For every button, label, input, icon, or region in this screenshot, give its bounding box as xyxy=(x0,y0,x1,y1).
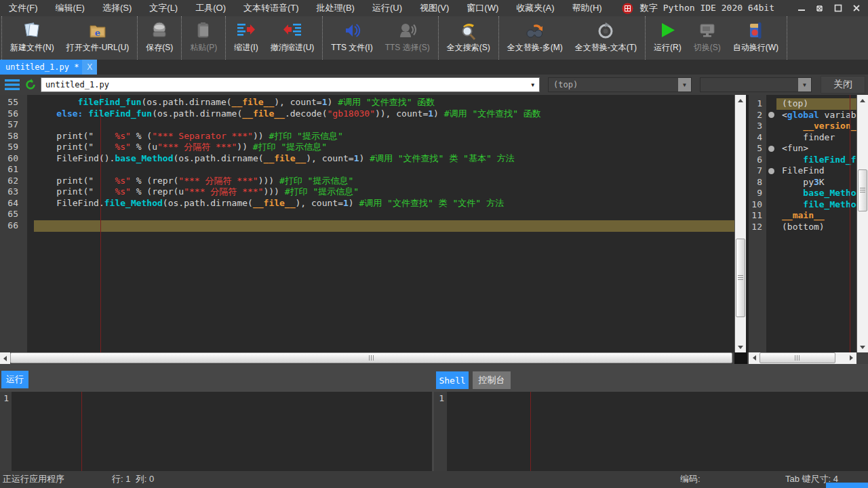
menu-item[interactable]: 文件(F) xyxy=(0,0,47,16)
scroll-down-icon[interactable] xyxy=(857,342,868,352)
toolbar-unindent-button[interactable]: 撤消缩进(U) xyxy=(264,17,321,59)
toolbar-open-file-url-button[interactable]: e打开文件-URL(U) xyxy=(60,17,136,59)
menu-item[interactable]: 视图(V) xyxy=(411,0,458,16)
line-number: 62 xyxy=(0,176,27,187)
outline-row[interactable]: fileFind_fun xyxy=(766,155,856,166)
tab-shell[interactable]: Shell xyxy=(436,371,469,389)
toolbar-new-file-button[interactable]: 新建文件(N) xyxy=(4,17,60,59)
margin-line xyxy=(530,392,531,471)
code-line xyxy=(27,119,734,131)
outline-bullet-empty xyxy=(766,210,776,222)
scroll-left-icon[interactable] xyxy=(749,352,760,363)
editor-vscroll-thumb[interactable] xyxy=(736,239,745,317)
toolbar-indent-button[interactable]: 缩进(I) xyxy=(228,17,264,59)
scroll-right-icon[interactable] xyxy=(846,352,856,363)
outline-row[interactable]: (bottom) xyxy=(766,222,856,233)
toolbar-button-label: 打开文件-URL(U) xyxy=(66,43,130,52)
scope-combobox[interactable]: (top) ▼ xyxy=(548,77,692,92)
toolbar-group: 保存(S) xyxy=(138,16,182,60)
restore-button[interactable] xyxy=(810,0,829,16)
new-file-icon xyxy=(22,18,42,43)
toolbar-run-button[interactable]: 运行(R) xyxy=(648,17,688,59)
menu-item[interactable]: 运行(U) xyxy=(363,0,411,16)
refresh-icon[interactable] xyxy=(24,79,37,94)
hamburger-menu-icon[interactable] xyxy=(5,79,20,93)
structure-vscrollbar[interactable] xyxy=(856,95,868,352)
toolbar-switch-button: 切换(S) xyxy=(688,17,727,59)
menu-item[interactable]: 文字(L) xyxy=(140,0,186,16)
toolbar-tts-file-button[interactable]: TTS 文件(I) xyxy=(325,17,378,59)
file-combobox[interactable]: untitled_1.py ▼ xyxy=(41,77,540,92)
editor-vscrollbar[interactable] xyxy=(734,95,746,352)
structure-line-number: 2 xyxy=(749,110,766,121)
member-combobox[interactable]: ▼ xyxy=(700,77,812,92)
outline-bullet-empty xyxy=(766,199,776,211)
indent-icon xyxy=(236,18,256,43)
toolbar-group: TTS 文件(I)TTS 选择(S) xyxy=(323,16,438,60)
outline-row-label: (top) xyxy=(776,98,856,110)
scroll-up-icon[interactable] xyxy=(857,95,868,106)
outline-row[interactable]: <fun> xyxy=(766,143,856,155)
outline-row[interactable]: FileFind xyxy=(766,165,856,177)
scroll-down-icon[interactable] xyxy=(735,342,746,352)
outline-row[interactable]: file_Method xyxy=(766,199,856,211)
open-file-url-icon: e xyxy=(87,18,108,43)
code-line: print(" %s" % (repr("*** 分隔符 ***"))) #打印… xyxy=(27,176,734,187)
paste-icon xyxy=(193,18,214,43)
outline-bullet-empty xyxy=(766,177,776,188)
toolbar-button-label: TTS 选择(S) xyxy=(385,43,430,52)
toolbar-word-wrap-button[interactable]: 自动换行(W) xyxy=(727,17,785,59)
run-button[interactable]: 运行 xyxy=(1,371,28,388)
outline-row[interactable]: __version__ xyxy=(766,121,856,132)
toolbar-save-button[interactable]: 保存(S) xyxy=(140,17,179,59)
menu-item[interactable]: 文本转语音(T) xyxy=(235,0,308,16)
resize-grip[interactable] xyxy=(826,483,868,488)
menu-item[interactable]: 批处理(B) xyxy=(308,0,363,16)
close-button[interactable] xyxy=(847,0,865,16)
tab-untitled-1[interactable]: untitled_1.py * X xyxy=(0,60,97,75)
minimize-button[interactable] xyxy=(792,0,810,16)
menu-item[interactable]: 帮助(H) xyxy=(564,0,611,16)
menu-item[interactable]: 窗口(W) xyxy=(458,0,507,16)
tab-close-icon[interactable]: X xyxy=(82,60,97,75)
scroll-left-icon[interactable] xyxy=(0,352,10,364)
structure-hscroll-thumb[interactable] xyxy=(760,352,835,363)
shell-output-panel[interactable] xyxy=(12,392,432,471)
structure-vscroll-thumb[interactable] xyxy=(858,169,867,211)
menu-item[interactable]: 编辑(E) xyxy=(47,0,94,16)
console-output-panel[interactable] xyxy=(447,392,868,471)
console-gutter: 1 xyxy=(0,392,12,471)
menu-item[interactable]: 工具(O) xyxy=(186,0,235,16)
outline-row[interactable]: __main__ xyxy=(766,210,856,222)
tab-console[interactable]: 控制台 xyxy=(473,371,511,389)
structure-hscrollbar[interactable] xyxy=(749,352,856,364)
outline-row[interactable]: <global variable> xyxy=(766,110,856,121)
console-area: 1 1 xyxy=(0,392,868,471)
line-number: 61 xyxy=(0,164,27,176)
outline-row[interactable]: finder xyxy=(766,132,856,144)
toolbar-group: 全文替换-多(M)全文替换-文本(T) xyxy=(499,16,646,60)
close-editor-button[interactable]: 关闭 xyxy=(821,76,865,94)
menu-item[interactable]: 收藏夹(A) xyxy=(507,0,563,16)
menu-item[interactable]: 选择(S) xyxy=(94,0,140,16)
file-combobox-value: untitled_1.py xyxy=(45,80,109,89)
editor-hscroll-thumb[interactable] xyxy=(10,352,732,363)
toolbar-button-label: 切换(S) xyxy=(694,43,721,52)
toolbar-search-all-button[interactable]: 全文搜索(S) xyxy=(441,17,496,59)
line-number: 55 xyxy=(0,97,27,108)
scroll-up-icon[interactable] xyxy=(735,95,746,106)
outline-row-label: <global variable> xyxy=(776,110,856,121)
code-lines: fileFind_fun(os.path.dirname(__file__), … xyxy=(27,97,734,231)
toolbar-replace-text-button[interactable]: 全文替换-文本(T) xyxy=(569,17,643,59)
line-number: 57 xyxy=(0,119,27,131)
outline-row[interactable]: base_Method xyxy=(766,188,856,199)
toolbar-replace-multi-button[interactable]: 全文替换-多(M) xyxy=(501,17,569,59)
maximize-button[interactable] xyxy=(829,0,847,16)
outline-bullet-empty xyxy=(766,98,776,110)
chevron-down-icon: ▼ xyxy=(678,78,691,92)
outline-bullet-empty xyxy=(766,121,776,132)
code-editor[interactable]: fileFind_fun(os.path.dirname(__file__), … xyxy=(27,95,734,352)
outline-row[interactable]: py3K xyxy=(766,177,856,188)
replace-text-icon xyxy=(595,18,616,43)
outline-row[interactable]: (top) xyxy=(766,98,856,110)
